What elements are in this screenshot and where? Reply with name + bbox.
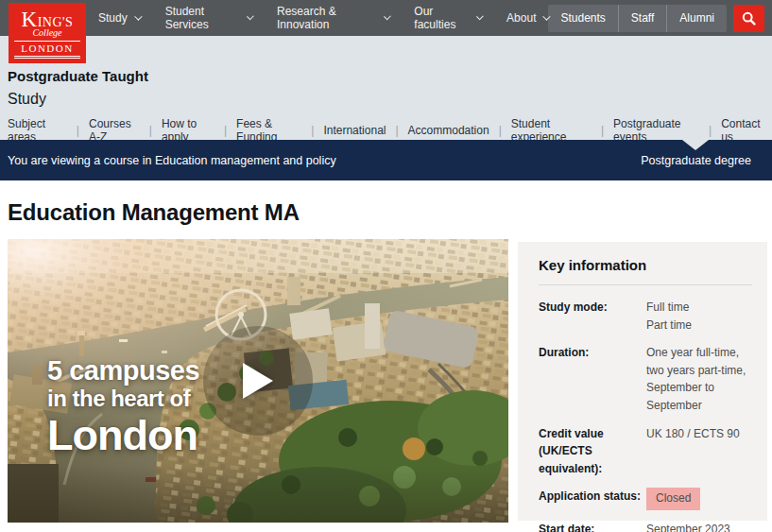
divider	[539, 284, 752, 285]
link-alumni[interactable]: Alumni	[666, 5, 727, 32]
main-content: Education Management MA	[0, 199, 772, 523]
nav-item-label: Our faculties	[414, 5, 469, 31]
chevron-down-icon	[247, 13, 254, 21]
degree-level-label: Postgraduate degree	[641, 154, 751, 167]
section-eyebrow: Postgraduate Taught	[8, 68, 764, 84]
study-mode-part-time: Part time	[646, 317, 752, 335]
row-value: UK 180 / ECTS 90	[646, 425, 752, 478]
nav-item-label: Study	[98, 11, 128, 25]
page-title: Education Management MA	[8, 199, 767, 226]
caption-line-3: London	[47, 414, 199, 458]
link-students[interactable]: Students	[548, 5, 617, 32]
row-label: Duration:	[539, 344, 646, 414]
course-context-banner: You are viewing a course in Education ma…	[0, 140, 772, 180]
key-information-panel: Key information Study mode: Full time Pa…	[518, 242, 767, 521]
logo-line-london: LONDON	[14, 41, 81, 59]
banner-message: You are viewing a course in Education ma…	[8, 154, 641, 167]
row-value: Full time Part time	[646, 299, 752, 334]
nav-item-label: Research & Innovation	[277, 5, 377, 31]
status-badge: Closed	[646, 488, 700, 510]
row-label: Start date:	[539, 521, 646, 532]
logo-line-college: College	[32, 28, 61, 38]
chevron-down-icon	[134, 12, 142, 20]
row-label: Application status:	[539, 488, 646, 510]
section-name: Study	[8, 91, 764, 108]
row-value: September 2023	[646, 521, 752, 532]
nav-item-label: Student Services	[165, 5, 240, 31]
nav-item-about[interactable]: About	[506, 5, 548, 31]
audience-quick-links: Students Staff Alumni	[548, 5, 727, 32]
topnav-right-group: Students Staff Alumni	[548, 5, 772, 32]
caption-line-2: in the heart of	[47, 387, 199, 411]
row-start-date: Start date: September 2023	[539, 521, 752, 532]
row-label: Study mode:	[539, 299, 646, 334]
play-button[interactable]	[243, 363, 273, 399]
row-label: Credit value (UK/ECTS equivalent):	[539, 425, 646, 478]
chevron-down-icon	[476, 13, 484, 21]
caption-line-1: 5 campuses	[47, 356, 199, 385]
top-navigation: KING'S College LONDON Study Student Serv…	[0, 0, 772, 36]
row-application-status: Application status: Closed	[539, 488, 752, 510]
row-credit-value: Credit value (UK/ECTS equivalent): UK 18…	[539, 425, 752, 478]
row-value: One year full-time, two years part-time,…	[646, 344, 752, 414]
nav-item-research-innovation[interactable]: Research & Innovation	[277, 5, 388, 31]
nav-item-label: About	[506, 11, 536, 25]
banner-notch	[682, 140, 709, 150]
nav-item-our-faculties[interactable]: Our faculties	[414, 5, 481, 31]
nav-item-student-services[interactable]: Student Services	[165, 5, 251, 31]
link-staff[interactable]: Staff	[618, 5, 666, 32]
row-value: Closed	[646, 488, 752, 510]
video-caption: 5 campuses in the heart of London	[47, 356, 199, 458]
search-icon	[742, 11, 756, 26]
kings-college-logo[interactable]: KING'S College LONDON	[9, 3, 86, 63]
row-duration: Duration: One year full-time, two years …	[539, 344, 752, 414]
search-button[interactable]	[733, 5, 764, 32]
row-study-mode: Study mode: Full time Part time	[539, 299, 752, 334]
study-mode-full-time: Full time	[646, 299, 752, 317]
panel-title: Key information	[539, 257, 752, 273]
chevron-down-icon	[384, 13, 391, 21]
section-header: Postgraduate Taught Study Subject areas …	[0, 36, 772, 140]
course-video-player[interactable]: 5 campuses in the heart of London	[8, 239, 508, 523]
nav-item-study[interactable]: Study	[98, 5, 140, 31]
primary-menu: Study Student Services Research & Innova…	[98, 5, 548, 31]
content-row: 5 campuses in the heart of London Key in…	[8, 239, 767, 523]
